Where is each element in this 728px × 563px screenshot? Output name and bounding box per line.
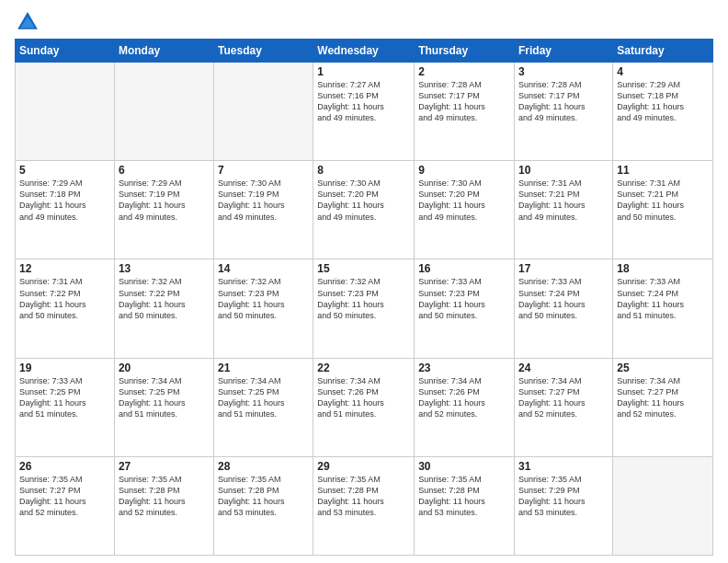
calendar-cell: 20Sunrise: 7:34 AM Sunset: 7:25 PM Dayli… bbox=[114, 358, 213, 456]
day-number: 28 bbox=[218, 460, 309, 473]
day-number: 21 bbox=[218, 362, 309, 374]
week-row: 26Sunrise: 7:35 AM Sunset: 7:27 PM Dayli… bbox=[16, 456, 713, 555]
calendar-body: 1Sunrise: 7:27 AM Sunset: 7:16 PM Daylig… bbox=[16, 63, 713, 556]
day-info: Sunrise: 7:28 AM Sunset: 7:17 PM Dayligh… bbox=[418, 79, 510, 124]
day-number: 3 bbox=[518, 65, 609, 78]
calendar-cell: 1Sunrise: 7:27 AM Sunset: 7:16 PM Daylig… bbox=[313, 63, 415, 161]
weekday-header-wednesday: Wednesday bbox=[313, 40, 415, 63]
logo-icon bbox=[15, 9, 40, 35]
day-number: 4 bbox=[617, 65, 709, 78]
calendar-cell: 15Sunrise: 7:32 AM Sunset: 7:23 PM Dayli… bbox=[313, 259, 415, 358]
day-number: 27 bbox=[119, 460, 210, 473]
calendar-cell: 4Sunrise: 7:29 AM Sunset: 7:18 PM Daylig… bbox=[613, 63, 713, 161]
header bbox=[15, 9, 713, 35]
day-info: Sunrise: 7:31 AM Sunset: 7:21 PM Dayligh… bbox=[518, 178, 609, 223]
calendar-cell: 10Sunrise: 7:31 AM Sunset: 7:21 PM Dayli… bbox=[515, 161, 613, 259]
calendar-cell: 24Sunrise: 7:34 AM Sunset: 7:27 PM Dayli… bbox=[515, 358, 613, 456]
day-number: 6 bbox=[119, 164, 210, 177]
calendar-cell: 5Sunrise: 7:29 AM Sunset: 7:18 PM Daylig… bbox=[16, 161, 115, 259]
calendar-cell: 21Sunrise: 7:34 AM Sunset: 7:25 PM Dayli… bbox=[214, 358, 313, 456]
week-row: 19Sunrise: 7:33 AM Sunset: 7:25 PM Dayli… bbox=[16, 358, 713, 456]
day-number: 19 bbox=[19, 362, 110, 374]
calendar-cell: 26Sunrise: 7:35 AM Sunset: 7:27 PM Dayli… bbox=[16, 456, 115, 555]
calendar-cell: 9Sunrise: 7:30 AM Sunset: 7:20 PM Daylig… bbox=[415, 161, 515, 259]
day-number: 30 bbox=[418, 460, 510, 473]
day-number: 12 bbox=[19, 262, 110, 275]
day-number: 29 bbox=[317, 460, 410, 473]
day-info: Sunrise: 7:35 AM Sunset: 7:28 PM Dayligh… bbox=[218, 474, 309, 519]
day-info: Sunrise: 7:30 AM Sunset: 7:19 PM Dayligh… bbox=[218, 178, 309, 223]
day-info: Sunrise: 7:30 AM Sunset: 7:20 PM Dayligh… bbox=[317, 178, 410, 223]
day-info: Sunrise: 7:34 AM Sunset: 7:26 PM Dayligh… bbox=[317, 375, 410, 420]
day-info: Sunrise: 7:34 AM Sunset: 7:25 PM Dayligh… bbox=[119, 375, 210, 420]
day-info: Sunrise: 7:34 AM Sunset: 7:26 PM Dayligh… bbox=[418, 375, 510, 420]
day-info: Sunrise: 7:29 AM Sunset: 7:18 PM Dayligh… bbox=[617, 79, 709, 124]
day-number: 24 bbox=[518, 362, 609, 374]
day-info: Sunrise: 7:32 AM Sunset: 7:22 PM Dayligh… bbox=[119, 276, 210, 321]
calendar-cell: 8Sunrise: 7:30 AM Sunset: 7:20 PM Daylig… bbox=[313, 161, 415, 259]
day-info: Sunrise: 7:35 AM Sunset: 7:29 PM Dayligh… bbox=[518, 474, 609, 519]
day-info: Sunrise: 7:32 AM Sunset: 7:23 PM Dayligh… bbox=[218, 276, 309, 321]
day-info: Sunrise: 7:33 AM Sunset: 7:23 PM Dayligh… bbox=[418, 276, 510, 321]
calendar-cell: 2Sunrise: 7:28 AM Sunset: 7:17 PM Daylig… bbox=[415, 63, 515, 161]
weekday-header-tuesday: Tuesday bbox=[214, 40, 313, 63]
day-number: 18 bbox=[617, 262, 709, 275]
logo bbox=[15, 9, 42, 35]
day-info: Sunrise: 7:32 AM Sunset: 7:23 PM Dayligh… bbox=[317, 276, 410, 321]
day-number: 1 bbox=[317, 65, 410, 78]
calendar-cell: 28Sunrise: 7:35 AM Sunset: 7:28 PM Dayli… bbox=[214, 456, 313, 555]
day-info: Sunrise: 7:35 AM Sunset: 7:28 PM Dayligh… bbox=[317, 474, 410, 519]
calendar-cell: 13Sunrise: 7:32 AM Sunset: 7:22 PM Dayli… bbox=[114, 259, 213, 358]
day-info: Sunrise: 7:31 AM Sunset: 7:22 PM Dayligh… bbox=[19, 276, 110, 321]
day-number: 17 bbox=[518, 262, 609, 275]
calendar-cell: 3Sunrise: 7:28 AM Sunset: 7:17 PM Daylig… bbox=[515, 63, 613, 161]
calendar-cell: 6Sunrise: 7:29 AM Sunset: 7:19 PM Daylig… bbox=[114, 161, 213, 259]
day-number: 23 bbox=[418, 362, 510, 374]
day-number: 25 bbox=[617, 362, 709, 374]
calendar-cell: 17Sunrise: 7:33 AM Sunset: 7:24 PM Dayli… bbox=[515, 259, 613, 358]
day-info: Sunrise: 7:29 AM Sunset: 7:19 PM Dayligh… bbox=[119, 178, 210, 223]
calendar-cell: 22Sunrise: 7:34 AM Sunset: 7:26 PM Dayli… bbox=[313, 358, 415, 456]
day-info: Sunrise: 7:34 AM Sunset: 7:25 PM Dayligh… bbox=[218, 375, 309, 420]
day-number: 7 bbox=[218, 164, 309, 177]
day-number: 15 bbox=[317, 262, 410, 275]
weekday-header-sunday: Sunday bbox=[16, 40, 115, 63]
day-number: 9 bbox=[418, 164, 510, 177]
calendar: SundayMondayTuesdayWednesdayThursdayFrid… bbox=[15, 39, 713, 556]
day-info: Sunrise: 7:33 AM Sunset: 7:25 PM Dayligh… bbox=[19, 375, 110, 420]
day-info: Sunrise: 7:30 AM Sunset: 7:20 PM Dayligh… bbox=[418, 178, 510, 223]
day-info: Sunrise: 7:35 AM Sunset: 7:28 PM Dayligh… bbox=[418, 474, 510, 519]
calendar-header: SundayMondayTuesdayWednesdayThursdayFrid… bbox=[16, 40, 713, 63]
day-info: Sunrise: 7:33 AM Sunset: 7:24 PM Dayligh… bbox=[617, 276, 709, 321]
day-number: 5 bbox=[19, 164, 110, 177]
day-info: Sunrise: 7:33 AM Sunset: 7:24 PM Dayligh… bbox=[518, 276, 609, 321]
day-number: 13 bbox=[119, 262, 210, 275]
calendar-cell: 19Sunrise: 7:33 AM Sunset: 7:25 PM Dayli… bbox=[16, 358, 115, 456]
calendar-cell: 11Sunrise: 7:31 AM Sunset: 7:21 PM Dayli… bbox=[613, 161, 713, 259]
calendar-cell: 18Sunrise: 7:33 AM Sunset: 7:24 PM Dayli… bbox=[613, 259, 713, 358]
day-info: Sunrise: 7:29 AM Sunset: 7:18 PM Dayligh… bbox=[19, 178, 110, 223]
calendar-cell: 29Sunrise: 7:35 AM Sunset: 7:28 PM Dayli… bbox=[313, 456, 415, 555]
weekday-header-saturday: Saturday bbox=[613, 40, 713, 63]
calendar-cell bbox=[114, 63, 213, 161]
day-number: 8 bbox=[317, 164, 410, 177]
day-info: Sunrise: 7:35 AM Sunset: 7:28 PM Dayligh… bbox=[119, 474, 210, 519]
day-number: 11 bbox=[617, 164, 709, 177]
week-row: 1Sunrise: 7:27 AM Sunset: 7:16 PM Daylig… bbox=[16, 63, 713, 161]
week-row: 12Sunrise: 7:31 AM Sunset: 7:22 PM Dayli… bbox=[16, 259, 713, 358]
weekday-row: SundayMondayTuesdayWednesdayThursdayFrid… bbox=[16, 40, 713, 63]
day-info: Sunrise: 7:31 AM Sunset: 7:21 PM Dayligh… bbox=[617, 178, 709, 223]
calendar-cell: 12Sunrise: 7:31 AM Sunset: 7:22 PM Dayli… bbox=[16, 259, 115, 358]
calendar-cell: 27Sunrise: 7:35 AM Sunset: 7:28 PM Dayli… bbox=[114, 456, 213, 555]
weekday-header-friday: Friday bbox=[515, 40, 613, 63]
day-number: 26 bbox=[19, 460, 110, 473]
week-row: 5Sunrise: 7:29 AM Sunset: 7:18 PM Daylig… bbox=[16, 161, 713, 259]
calendar-cell: 31Sunrise: 7:35 AM Sunset: 7:29 PM Dayli… bbox=[515, 456, 613, 555]
day-number: 16 bbox=[418, 262, 510, 275]
calendar-cell: 16Sunrise: 7:33 AM Sunset: 7:23 PM Dayli… bbox=[415, 259, 515, 358]
day-info: Sunrise: 7:35 AM Sunset: 7:27 PM Dayligh… bbox=[19, 474, 110, 519]
calendar-cell: 25Sunrise: 7:34 AM Sunset: 7:27 PM Dayli… bbox=[613, 358, 713, 456]
day-number: 31 bbox=[518, 460, 609, 473]
day-info: Sunrise: 7:34 AM Sunset: 7:27 PM Dayligh… bbox=[617, 375, 709, 420]
weekday-header-monday: Monday bbox=[114, 40, 213, 63]
